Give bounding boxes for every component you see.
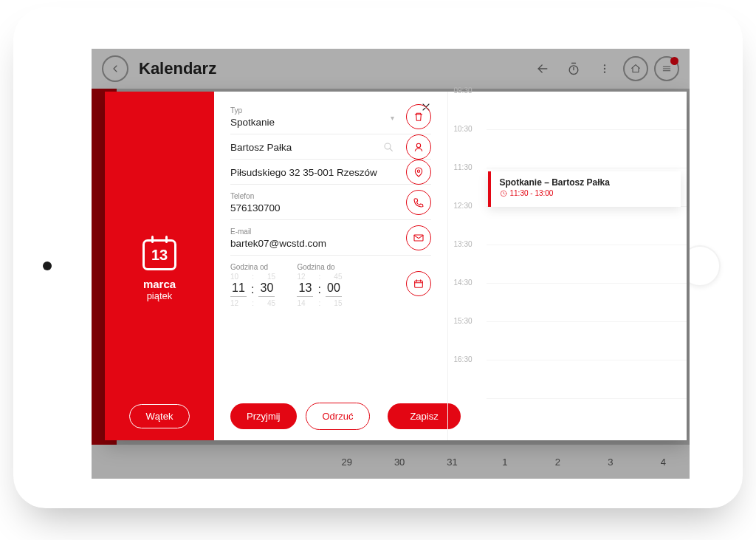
time-label: 16:30 — [454, 355, 472, 363]
event-time: 11:30 - 13:00 — [500, 189, 673, 197]
email-label: E-mail — [230, 228, 399, 236]
phone-value: 576130700 — [230, 202, 399, 213]
date-month: marca — [143, 278, 176, 290]
date-day: 13 — [151, 247, 168, 264]
time-label: 12:30 — [454, 202, 472, 210]
event-form: Typ Spotkanie ▾ Bartosz Pałka — [214, 92, 447, 440]
time-label: 13:30 — [454, 240, 472, 248]
phone-icon[interactable] — [406, 190, 431, 215]
thread-button[interactable]: Wątek — [129, 404, 190, 428]
to-minute[interactable]: 00 — [326, 281, 342, 297]
person-value: Bartosz Pałka — [230, 142, 399, 153]
event-title: Spotkanie – Bartosz Pałka — [500, 177, 673, 188]
time-to-label: Godzina do — [297, 263, 341, 271]
modal-sidebar: 13 marca piątek Wątek — [105, 92, 214, 440]
date-badge: 13 marca piątek — [105, 239, 214, 301]
pin-icon[interactable] — [406, 160, 431, 185]
type-label: Typ — [230, 106, 399, 115]
phone-label: Telefon — [230, 192, 399, 200]
type-value: Spotkanie — [230, 117, 399, 128]
user-icon[interactable] — [406, 134, 431, 160]
time-label: 15:30 — [454, 317, 472, 325]
email-value: bartek07@wcstd.com — [230, 238, 399, 249]
person-field[interactable]: Bartosz Pałka — [230, 134, 431, 160]
from-hour[interactable]: 11 — [230, 281, 247, 297]
camera-dot — [43, 262, 52, 270]
calendar-event[interactable]: Spotkanie – Bartosz Pałka 11:30 - 13:00 — [488, 171, 681, 207]
day-timeline: 09:30 10:30 11:30 12:30 13:30 14:30 15:3… — [447, 92, 687, 440]
date-weekday: piątek — [147, 290, 173, 301]
tablet-frame: Kalendarz 29 30 31 1 2 — [13, 7, 743, 508]
from-minute[interactable]: 30 — [258, 281, 275, 297]
email-field[interactable]: E-mail bartek07@wcstd.com — [230, 220, 431, 256]
to-hour[interactable]: 13 — [297, 281, 313, 297]
search-icon[interactable] — [382, 141, 394, 153]
time-label: 09:30 — [454, 86, 472, 95]
clock-icon — [500, 190, 507, 197]
time-label: 10:30 — [454, 125, 472, 133]
svg-rect-8 — [414, 281, 422, 287]
svg-rect-7 — [414, 235, 423, 241]
time-to[interactable]: Godzina do 12:45 13 : 00 14:15 — [297, 263, 341, 304]
svg-point-6 — [417, 170, 419, 172]
form-actions crescita: Przyjmij Odrzuć Zapisz — [230, 403, 431, 430]
time-label: 14:30 — [454, 278, 472, 287]
time-from[interactable]: Godzina od 10:15 11 : 30 12:45 — [230, 263, 275, 304]
event-modal: 13 marca piątek Wątek Typ Spotkanie ▾ — [105, 92, 687, 440]
trash-icon[interactable] — [406, 104, 431, 129]
accept-button[interactable]: Przyjmij — [230, 403, 297, 429]
phone-field[interactable]: Telefon 576130700 — [230, 185, 431, 220]
svg-point-5 — [416, 143, 420, 147]
address-value: Piłsudskiego 32 35-001 Rzeszów — [230, 167, 399, 178]
type-field[interactable]: Typ Spotkanie ▾ — [230, 99, 431, 134]
app-screen: Kalendarz 29 30 31 1 2 — [92, 49, 690, 479]
mail-icon[interactable] — [406, 225, 431, 250]
reject-button[interactable]: Odrzuć — [306, 403, 371, 430]
address-field[interactable]: Piłsudskiego 32 35-001 Rzeszów — [230, 160, 431, 185]
time-row: Godzina od 10:15 11 : 30 12:45 God — [230, 256, 431, 304]
time-from-label: Godzina od — [230, 263, 275, 271]
calendar-day-icon: 13 — [142, 239, 176, 270]
calendar-icon[interactable] — [406, 271, 431, 296]
chevron-down-icon: ▾ — [391, 113, 394, 121]
time-label: 11:30 — [454, 163, 472, 171]
